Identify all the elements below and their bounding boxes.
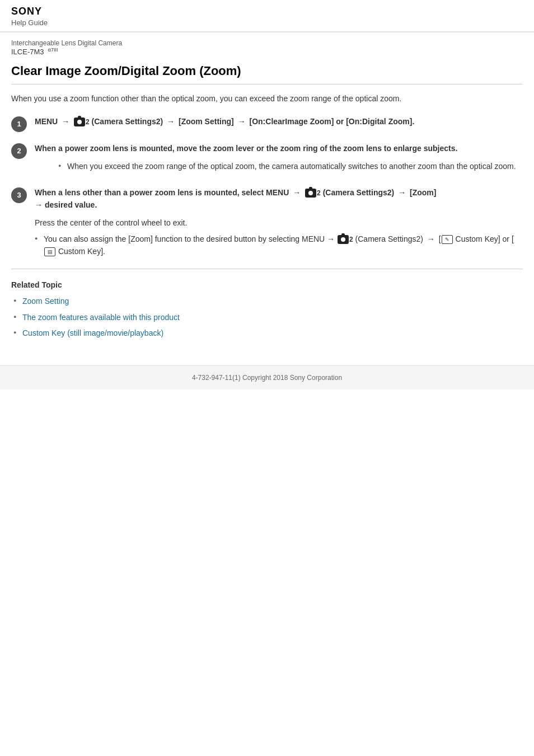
cam-settings-label: (Camera Settings2) (92, 117, 163, 126)
step-3: 3 When a lens other than a power zoom le… (11, 186, 523, 212)
footer-text: 4-732-947-11(1) Copyright 2018 Sony Corp… (192, 374, 342, 382)
related-topic-item-1[interactable]: Zoom Setting (13, 295, 523, 307)
step-3-notes: You can also assign the [Zoom] function … (35, 233, 523, 258)
press-note-text: Press the center of the control wheel to… (35, 218, 187, 227)
brand-logo: SONY (11, 6, 523, 17)
step-2: 2 When a power zoom lens is mounted, mov… (11, 142, 523, 176)
step-2-notes: When you exceed the zoom range of the op… (58, 160, 523, 172)
step-2-main-text: When a power zoom lens is mounted, move … (35, 144, 457, 153)
arrow-icon-5: → (398, 188, 406, 197)
step-3-cam-settings: (Camera Settings2) (323, 188, 395, 197)
related-topics: Related Topic Zoom Setting The zoom feat… (11, 280, 523, 339)
step-3-text-before: When a lens other than a power zoom lens… (35, 188, 291, 197)
header-subtitle: Help Guide (11, 18, 523, 27)
step-3-content: When a lens other than a power zoom lens… (35, 186, 523, 212)
arrow-icon-6: → (427, 234, 435, 243)
zoom-setting-label: [Zoom Setting] (179, 117, 234, 126)
divider-1 (11, 269, 523, 269)
arrow-icon-2: → (167, 117, 175, 126)
related-topic-link-3[interactable]: Custom Key (still image/movie/playback) (22, 328, 163, 337)
clear-image-label: [On:ClearImage Zoom] or [On:Digital Zoom… (250, 117, 415, 126)
step-number-3: 3 (11, 187, 27, 203)
related-topic-link-1[interactable]: Zoom Setting (22, 297, 69, 306)
breadcrumb-line1: Interchangeable Lens Digital Camera (11, 39, 523, 47)
press-center-note: Press the center of the control wheel to… (35, 217, 523, 257)
step-number-1: 1 (11, 116, 27, 132)
breadcrumb-model: ILCE-7M3 (11, 48, 44, 56)
page-title: Clear Image Zoom/Digital Zoom (Zoom) (11, 64, 523, 84)
related-topic-item-3[interactable]: Custom Key (still image/movie/playback) (13, 327, 523, 339)
footer: 4-732-947-11(1) Copyright 2018 Sony Corp… (0, 365, 534, 389)
breadcrumb-variant: α7III (48, 47, 58, 53)
breadcrumb-line2: ILCE-7M3 α7III (11, 47, 523, 56)
related-topics-list: Zoom Setting The zoom features available… (13, 295, 523, 339)
step-1: 1 MENU → 2 (Camera Settings2) → [Zoom Se… (11, 115, 523, 132)
step-2-note-1: When you exceed the zoom range of the op… (58, 160, 523, 172)
related-topic-item-2[interactable]: The zoom features available with this pr… (13, 311, 523, 323)
related-topic-link-2[interactable]: The zoom features available with this pr… (22, 313, 180, 322)
step-2-content: When a power zoom lens is mounted, move … (35, 142, 523, 176)
main-content: Clear Image Zoom/Digital Zoom (Zoom) Whe… (0, 58, 534, 354)
camera-settings2-icon-2 (305, 189, 316, 198)
related-topic-title: Related Topic (11, 280, 523, 289)
menu-label: MENU (35, 117, 58, 126)
step-1-content: MENU → 2 (Camera Settings2) → [Zoom Sett… (35, 115, 523, 128)
camera-settings2-icon-3 (338, 235, 349, 244)
arrow-icon-3: → (238, 117, 246, 126)
step-3-note-1: You can also assign the [Zoom] function … (35, 233, 523, 258)
arrow-icon-4: → (293, 188, 301, 197)
arrow-icon-1: → (62, 117, 69, 126)
zoom-assign-note: You can also assign the [Zoom] function … (44, 234, 514, 256)
breadcrumb: Interchangeable Lens Digital Camera ILCE… (0, 32, 534, 58)
step-number-2: 2 (11, 143, 27, 159)
camera-settings2-icon (74, 118, 85, 126)
header: SONY Help Guide (0, 0, 534, 32)
custom-key-movie-icon: ▤ (44, 247, 55, 256)
custom-key-still-icon: ✎ (442, 235, 453, 244)
intro-paragraph: When you use a zoom function other than … (11, 92, 523, 105)
